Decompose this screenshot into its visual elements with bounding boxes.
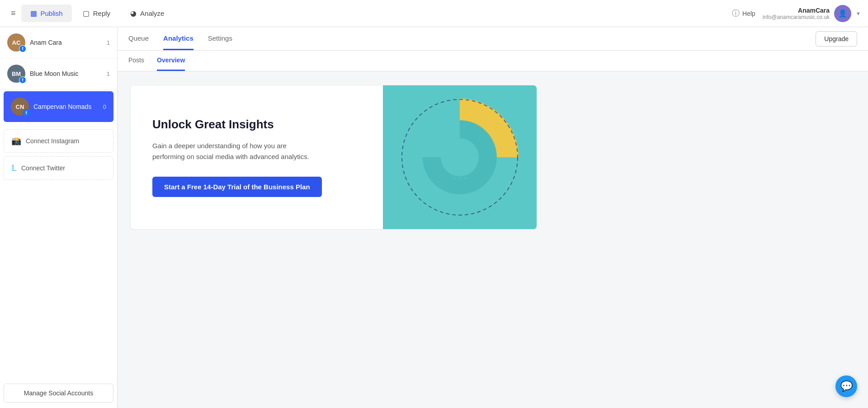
sidebar-item-anam-cara[interactable]: AC f Anam Cara 1 (0, 27, 117, 58)
blue-moon-count: 1 (107, 70, 110, 77)
campervan-name: Campervan Nomads (33, 103, 99, 110)
svg-point-9 (464, 172, 467, 174)
insights-left-panel: Unlock Great Insights Gain a deeper unde… (131, 85, 383, 229)
anam-cara-name: Anam Cara (30, 39, 102, 46)
svg-point-1 (453, 161, 456, 163)
svg-point-8 (459, 172, 461, 174)
help-circle-icon: ⓘ (732, 8, 740, 19)
reply-icon: ▢ (83, 9, 90, 18)
svg-point-18 (470, 155, 472, 158)
svg-point-14 (453, 155, 456, 158)
insights-title: Unlock Great Insights (152, 117, 361, 131)
svg-point-11 (470, 166, 472, 169)
avatar: 👤 (834, 5, 851, 22)
facebook-badge: f (19, 45, 26, 52)
facebook-badge-3: f (23, 109, 30, 117)
svg-point-5 (459, 166, 461, 169)
anam-cara-avatar-wrap: AC f (7, 33, 25, 52)
sidebar-item-campervan[interactable]: CN f Campervan Nomads 0 (4, 91, 113, 122)
campervan-count: 0 (103, 103, 106, 110)
chat-support-button[interactable]: 💬 (835, 375, 857, 397)
tabs-bar: Queue Analytics Settings Upgrade (118, 27, 868, 51)
user-menu[interactable]: AnamCara info@anamcaramusic.co.uk 👤 ▼ (763, 5, 861, 22)
user-email: info@anamcaramusic.co.uk (763, 14, 830, 20)
svg-point-6 (464, 166, 467, 169)
twitter-icon: 𝕃 (11, 163, 17, 173)
instagram-icon: 📸 (11, 136, 21, 146)
svg-point-10 (448, 166, 450, 169)
sub-tabs-bar: Posts Overview (118, 51, 868, 71)
tab-queue[interactable]: Queue (128, 27, 149, 50)
svg-point-4 (453, 166, 456, 169)
publish-nav-button[interactable]: ▩ Publish (21, 5, 72, 22)
svg-point-21 (464, 177, 467, 179)
reply-nav-button[interactable]: ▢ Reply (74, 5, 119, 22)
campervan-avatar-wrap: CN f (11, 98, 29, 116)
chat-icon: 💬 (840, 380, 853, 392)
user-name: AnamCara (763, 7, 830, 14)
anam-cara-count: 1 (107, 39, 110, 46)
connect-twitter-button[interactable]: 𝕃 Connect Twitter (4, 156, 113, 180)
svg-point-3 (464, 161, 467, 163)
blue-moon-name: Blue Moon Music (30, 70, 102, 77)
sub-tab-posts[interactable]: Posts (128, 51, 144, 71)
trial-cta-button[interactable]: Start a Free 14-Day Trial of the Busines… (152, 177, 322, 197)
svg-point-19 (453, 177, 456, 179)
tab-settings[interactable]: Settings (208, 27, 232, 50)
connect-instagram-button[interactable]: 📸 Connect Instagram (4, 129, 113, 153)
svg-point-13 (470, 161, 472, 163)
tab-analytics[interactable]: Analytics (163, 27, 193, 50)
sub-tab-overview[interactable]: Overview (157, 51, 185, 71)
svg-point-17 (448, 155, 450, 158)
analyze-icon: ◕ (130, 9, 137, 18)
svg-point-2 (459, 161, 461, 163)
svg-point-20 (459, 177, 461, 179)
chevron-down-icon: ▼ (856, 11, 861, 16)
analyze-nav-button[interactable]: ◕ Analyze (121, 5, 173, 22)
upgrade-button[interactable]: Upgrade (816, 31, 857, 47)
hamburger-icon[interactable]: ≡ (7, 5, 19, 22)
svg-point-16 (464, 155, 467, 158)
facebook-badge-2: f (19, 76, 26, 84)
main-content: Unlock Great Insights Gain a deeper unde… (118, 71, 868, 408)
blue-moon-avatar-wrap: BM f (7, 65, 25, 83)
chart-illustration (392, 89, 528, 225)
help-button[interactable]: ⓘ Help (732, 8, 755, 19)
insights-card: Unlock Great Insights Gain a deeper unde… (130, 85, 537, 230)
sidebar-item-blue-moon[interactable]: BM f Blue Moon Music 1 (0, 58, 117, 89)
sidebar: AC f Anam Cara 1 BM f Blue Moon Music 1 … (0, 27, 118, 408)
publish-icon: ▩ (30, 9, 37, 18)
insights-description: Gain a deeper understanding of how you a… (152, 141, 315, 162)
svg-point-15 (459, 155, 461, 158)
insights-chart-panel (383, 85, 537, 229)
svg-point-7 (453, 172, 456, 174)
svg-point-12 (448, 161, 450, 163)
top-navigation: ≡ ▩ Publish ▢ Reply ◕ Analyze ⓘ Help Ana… (0, 0, 868, 27)
manage-social-accounts-button[interactable]: Manage Social Accounts (4, 384, 113, 403)
